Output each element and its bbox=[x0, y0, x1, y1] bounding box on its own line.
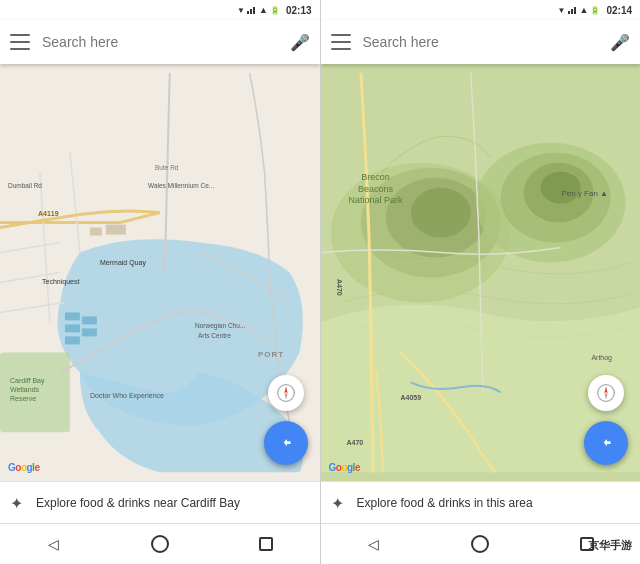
right-compass-icon bbox=[596, 383, 616, 403]
arthog-label: Arthog bbox=[591, 354, 612, 361]
signal-icon bbox=[247, 6, 257, 14]
svg-rect-10 bbox=[65, 324, 80, 332]
left-status-icons: ▼ ▲ 🔋 bbox=[237, 5, 280, 15]
compass-icon bbox=[276, 383, 296, 403]
directions-icon bbox=[275, 432, 297, 454]
right-fab-container bbox=[584, 375, 628, 465]
svg-point-27 bbox=[540, 172, 580, 204]
left-google-logo: Google bbox=[8, 462, 39, 473]
brecon-beacons-label: BreconBeaconsNational Park bbox=[349, 172, 403, 207]
left-hamburger-icon[interactable] bbox=[10, 34, 30, 50]
a4059-label: A4059 bbox=[401, 394, 422, 401]
right-back-button[interactable]: ◁ bbox=[321, 524, 428, 564]
techniquest-label: Techniquest bbox=[42, 278, 79, 285]
svg-rect-13 bbox=[82, 328, 97, 336]
left-time: 02:13 bbox=[286, 5, 312, 16]
norwegian-church-label: Norwegian Chu... bbox=[195, 322, 245, 329]
right-wifi-icon: ▲ bbox=[580, 5, 589, 15]
wales-millenium-label: Wales Millennium Ce... bbox=[148, 182, 214, 189]
svg-line-2 bbox=[120, 213, 160, 223]
left-map[interactable]: Dumball Rd A4119 Mermaid Quay Wales Mill… bbox=[0, 64, 320, 481]
right-battery-icon: 🔋 bbox=[590, 6, 600, 15]
pen-y-fan-label: Pen y Fan ▲ bbox=[561, 189, 608, 198]
svg-line-7 bbox=[40, 173, 50, 323]
svg-line-6 bbox=[0, 302, 65, 312]
bute-rd-label: Bute Rd bbox=[155, 164, 179, 171]
right-time: 02:14 bbox=[606, 5, 632, 16]
wifi-icon: ▲ bbox=[259, 5, 268, 15]
left-back-icon: ◁ bbox=[48, 536, 59, 552]
right-explore-text: Explore food & drinks in this area bbox=[357, 496, 533, 510]
left-bottom-bar[interactable]: ✦ Explore food & drinks near Cardiff Bay bbox=[0, 481, 320, 523]
right-directions-icon bbox=[595, 432, 617, 454]
svg-rect-14 bbox=[90, 228, 102, 236]
right-hamburger-icon[interactable] bbox=[331, 34, 351, 50]
left-fab-container bbox=[264, 375, 308, 465]
left-compass-button[interactable] bbox=[268, 375, 304, 411]
right-mic-icon[interactable]: 🎤 bbox=[610, 32, 630, 52]
dumball-rd-label: Dumball Rd bbox=[8, 182, 42, 189]
svg-marker-18 bbox=[284, 393, 287, 400]
svg-rect-12 bbox=[82, 316, 97, 324]
right-home-button[interactable] bbox=[427, 524, 534, 564]
right-search-bar: 🎤 bbox=[321, 20, 641, 64]
right-back-icon: ◁ bbox=[368, 536, 379, 552]
right-status-bar: ▼ ▲ 🔋 02:14 bbox=[321, 0, 641, 20]
a4119-label: A4119 bbox=[38, 210, 59, 217]
svg-point-23 bbox=[410, 188, 470, 238]
right-directions-fab[interactable] bbox=[584, 421, 628, 465]
left-home-icon bbox=[151, 535, 169, 553]
svg-line-8 bbox=[70, 153, 80, 253]
nav-bars-container: ◁ ◁ 京华手游 bbox=[0, 523, 640, 564]
right-map[interactable]: BreconBeaconsNational Park Pen y Fan ▲ A… bbox=[321, 64, 641, 481]
brand-label: 京华手游 bbox=[588, 535, 632, 553]
svg-rect-11 bbox=[65, 336, 80, 344]
left-explore-text: Explore food & drinks near Cardiff Bay bbox=[36, 496, 240, 510]
right-bottom-bar[interactable]: ✦ Explore food & drinks in this area bbox=[321, 481, 641, 523]
right-home-icon bbox=[471, 535, 489, 553]
left-recents-button[interactable] bbox=[213, 524, 320, 564]
left-mic-icon[interactable]: 🎤 bbox=[290, 32, 310, 52]
doctor-who-label: Doctor Who Experience bbox=[90, 392, 164, 399]
arts-centre-label: Arts Centre bbox=[198, 332, 231, 339]
svg-rect-9 bbox=[65, 312, 80, 320]
svg-marker-29 bbox=[604, 386, 607, 393]
svg-marker-30 bbox=[604, 393, 607, 400]
cardiff-bay-wetlands-label: Cardiff BayWetlandsReserve bbox=[10, 376, 45, 403]
left-search-bar: 🎤 bbox=[0, 20, 320, 64]
svg-rect-15 bbox=[106, 225, 126, 235]
right-screen: ▼ ▲ 🔋 02:14 🎤 bbox=[320, 0, 641, 523]
right-compass-button[interactable] bbox=[588, 375, 624, 411]
right-explore-icon: ✦ bbox=[331, 494, 349, 512]
left-status-bar: ▼ ▲ 🔋 02:13 bbox=[0, 0, 320, 20]
left-search-input[interactable] bbox=[42, 34, 290, 50]
right-search-input[interactable] bbox=[363, 34, 611, 50]
right-status-icons: ▼ ▲ 🔋 bbox=[558, 5, 601, 15]
left-directions-fab[interactable] bbox=[264, 421, 308, 465]
left-back-button[interactable]: ◁ bbox=[0, 524, 107, 564]
a470-south-label: A470 bbox=[347, 439, 364, 446]
right-signal-icon bbox=[568, 6, 578, 14]
port-label: PORT bbox=[258, 350, 284, 359]
svg-marker-17 bbox=[284, 386, 287, 393]
battery-level-icon: 🔋 bbox=[270, 6, 280, 15]
right-google-logo: Google bbox=[329, 462, 360, 473]
left-recents-icon bbox=[259, 537, 273, 551]
left-explore-icon: ✦ bbox=[10, 494, 28, 512]
svg-line-4 bbox=[0, 243, 60, 253]
right-nav-bar: ◁ 京华手游 bbox=[321, 524, 641, 564]
left-screen: ▼ ▲ 🔋 02:13 🎤 bbox=[0, 0, 320, 523]
mermaid-quay-label: Mermaid Quay bbox=[100, 259, 146, 266]
left-nav-bar: ◁ bbox=[0, 524, 321, 564]
a470-north-label: A470 bbox=[336, 279, 343, 296]
left-home-button[interactable] bbox=[107, 524, 214, 564]
